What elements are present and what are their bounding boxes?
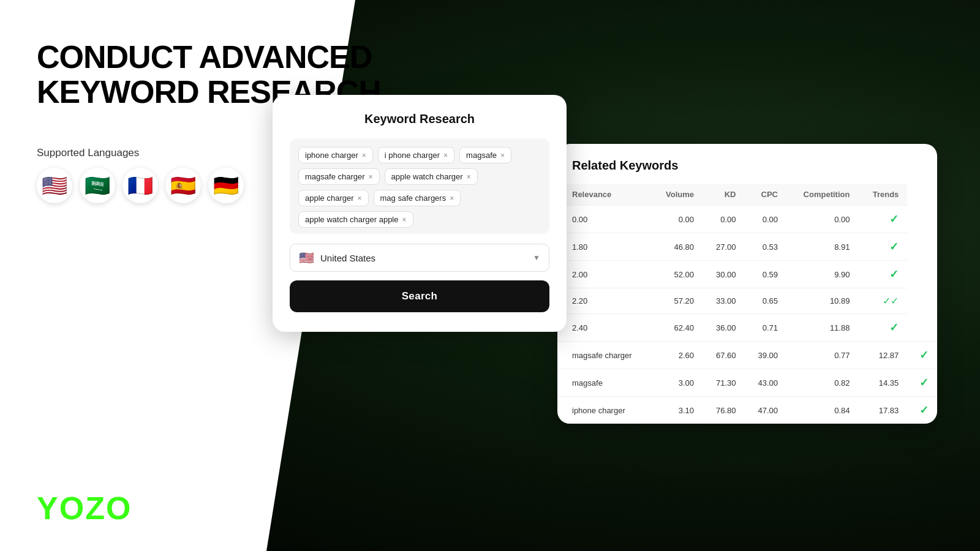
tag-label: magsafe charger bbox=[305, 172, 365, 181]
col-header-kd: KD bbox=[703, 184, 744, 206]
related-keywords-title: Related Keywords bbox=[557, 159, 937, 184]
cell-keyword: magsafe charger bbox=[557, 342, 651, 369]
cell-competition: 0.00 bbox=[786, 206, 858, 233]
trend-icon: ✓ bbox=[889, 213, 899, 225]
tag-remove-icon[interactable]: × bbox=[369, 173, 373, 181]
chevron-down-icon: ▼ bbox=[533, 253, 540, 262]
cell-cpc: 0.53 bbox=[745, 233, 786, 261]
cell-keyword: magsafe bbox=[557, 369, 651, 397]
tag-remove-icon[interactable]: × bbox=[362, 151, 366, 160]
col-header-trends: Trends bbox=[858, 184, 907, 206]
tag-label: iphone charger bbox=[305, 151, 358, 160]
table-row: 2.40 62.40 36.00 0.71 11.88 ✓ bbox=[557, 314, 937, 342]
country-flag-icon: 🇺🇸 bbox=[299, 250, 314, 265]
table-row: magsafe 3.00 71.30 43.00 0.82 14.35 ✓ bbox=[557, 369, 937, 397]
cell-competition: 17.83 bbox=[858, 397, 907, 424]
tag-label: apple watch charger apple bbox=[305, 215, 399, 224]
table-row: magsafe charger 2.60 67.60 39.00 0.77 12… bbox=[557, 342, 937, 369]
tag-remove-icon[interactable]: × bbox=[500, 151, 505, 160]
cell-trend: ✓ bbox=[907, 342, 937, 369]
trend-icon: ✓ bbox=[889, 241, 899, 253]
tag-magsafe-charger[interactable]: magsafe charger × bbox=[298, 168, 380, 185]
cell-volume: 67.60 bbox=[703, 342, 744, 369]
tag-remove-icon[interactable]: × bbox=[402, 216, 407, 224]
cell-cpc: 0.84 bbox=[786, 397, 858, 424]
tag-apple-watch-charger[interactable]: apple watch charger × bbox=[385, 168, 478, 185]
cell-kd: 36.00 bbox=[703, 314, 744, 342]
supported-languages-section: Supported Languages 🇺🇸 🇸🇦 🇫🇷 🇪🇸 🇩🇪 bbox=[37, 147, 244, 203]
cell-trend: ✓ bbox=[858, 206, 907, 233]
cell-competition: 12.87 bbox=[858, 342, 907, 369]
tag-iphone-charger[interactable]: iphone charger × bbox=[298, 147, 373, 163]
cell-cpc: 0.77 bbox=[786, 342, 858, 369]
country-selector[interactable]: 🇺🇸 United States ▼ bbox=[290, 244, 549, 272]
flag-row: 🇺🇸 🇸🇦 🇫🇷 🇪🇸 🇩🇪 bbox=[37, 168, 244, 203]
cell-cpc: 0.00 bbox=[745, 206, 786, 233]
trend-icon-double: ✓✓ bbox=[883, 296, 899, 306]
cell-relevance: 2.40 bbox=[557, 314, 651, 342]
tag-remove-icon[interactable]: × bbox=[467, 173, 471, 181]
cell-cpc: 0.82 bbox=[786, 369, 858, 397]
flag-fr: 🇫🇷 bbox=[123, 168, 158, 203]
flag-de: 🇩🇪 bbox=[208, 168, 244, 203]
col-header-relevance: Relevance bbox=[557, 184, 651, 206]
cell-relevance: 2.20 bbox=[557, 288, 651, 314]
cell-cpc: 0.59 bbox=[745, 261, 786, 288]
cell-trend: ✓ bbox=[907, 369, 937, 397]
tag-apple-watch-charger-apple[interactable]: apple watch charger apple × bbox=[298, 211, 413, 228]
trend-icon: ✓ bbox=[889, 321, 899, 334]
cell-competition: 11.88 bbox=[786, 314, 858, 342]
tag-label: apple watch charger bbox=[391, 172, 463, 181]
table-row: 1.80 46.80 27.00 0.53 8.91 ✓ bbox=[557, 233, 937, 261]
trend-icon: ✓ bbox=[889, 268, 899, 280]
cell-kd: 47.00 bbox=[745, 397, 786, 424]
related-keywords-card: Related Keywords Relevance Volume KD CPC… bbox=[557, 144, 937, 424]
card-title: Keyword Research bbox=[290, 112, 549, 126]
table-row: 0.00 0.00 0.00 0.00 0.00 ✓ bbox=[557, 206, 937, 233]
cell-volume: 46.80 bbox=[651, 233, 703, 261]
cell-volume: 71.30 bbox=[703, 369, 744, 397]
trend-icon: ✓ bbox=[919, 404, 929, 416]
cell-cpc: 0.71 bbox=[745, 314, 786, 342]
cell-volume: 52.00 bbox=[651, 261, 703, 288]
cell-relevance: 2.60 bbox=[651, 342, 703, 369]
country-name: United States bbox=[320, 253, 527, 263]
table-row: iphone charger 3.10 76.80 47.00 0.84 17.… bbox=[557, 397, 937, 424]
cell-relevance: 3.00 bbox=[651, 369, 703, 397]
trend-icon: ✓ bbox=[919, 349, 929, 361]
tag-remove-icon[interactable]: × bbox=[443, 151, 448, 160]
cell-kd: 33.00 bbox=[703, 288, 744, 314]
tag-label: magsafe bbox=[466, 151, 497, 160]
keyword-research-card: Keyword Research iphone charger × i phon… bbox=[273, 95, 567, 332]
cell-volume: 0.00 bbox=[651, 206, 703, 233]
cell-trend: ✓ bbox=[858, 233, 907, 261]
cell-kd: 39.00 bbox=[745, 342, 786, 369]
cell-kd: 27.00 bbox=[703, 233, 744, 261]
col-header-cpc: CPC bbox=[745, 184, 786, 206]
col-header-competition: Competition bbox=[786, 184, 858, 206]
table-row: 2.00 52.00 30.00 0.59 9.90 ✓ bbox=[557, 261, 937, 288]
cell-competition: 10.89 bbox=[786, 288, 858, 314]
yozo-logo: YOZO bbox=[37, 490, 132, 527]
cell-trend: ✓✓ bbox=[858, 288, 907, 314]
supported-languages-label: Supported Languages bbox=[37, 147, 244, 159]
cell-competition: 8.91 bbox=[786, 233, 858, 261]
trend-icon: ✓ bbox=[919, 377, 929, 389]
tag-remove-icon[interactable]: × bbox=[358, 194, 362, 203]
tag-i-phone-charger[interactable]: i phone charger × bbox=[378, 147, 454, 163]
tag-mag-safe-chargers[interactable]: mag safe chargers × bbox=[374, 190, 461, 206]
cell-relevance: 1.80 bbox=[557, 233, 651, 261]
flag-sa: 🇸🇦 bbox=[80, 168, 115, 203]
tag-apple-charger[interactable]: apple charger × bbox=[298, 190, 369, 206]
cell-kd: 0.00 bbox=[703, 206, 744, 233]
search-button[interactable]: Search bbox=[290, 280, 549, 312]
flag-es: 🇪🇸 bbox=[165, 168, 201, 203]
cell-relevance: 2.00 bbox=[557, 261, 651, 288]
tag-remove-icon[interactable]: × bbox=[450, 194, 454, 203]
cell-cpc: 0.65 bbox=[745, 288, 786, 314]
tag-magsafe[interactable]: magsafe × bbox=[459, 147, 511, 163]
cell-trend: ✓ bbox=[858, 261, 907, 288]
cell-volume: 76.80 bbox=[703, 397, 744, 424]
cell-kd: 30.00 bbox=[703, 261, 744, 288]
cell-competition: 9.90 bbox=[786, 261, 858, 288]
